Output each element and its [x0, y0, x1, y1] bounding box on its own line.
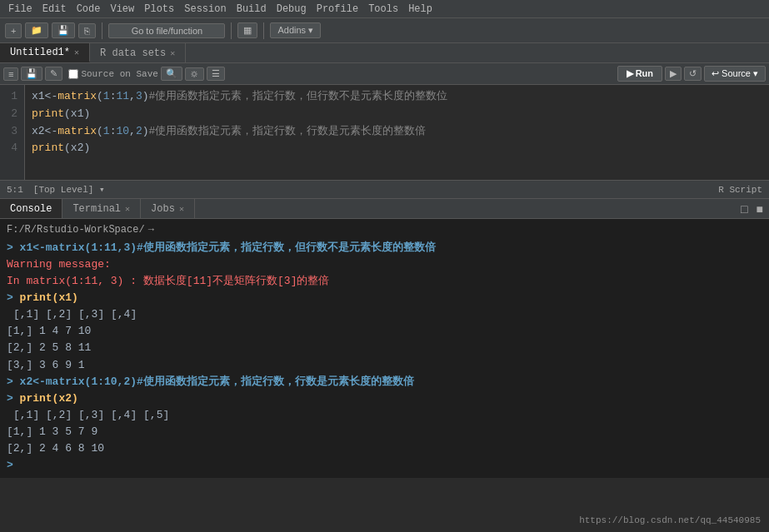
menu-build[interactable]: Build — [232, 3, 272, 15]
console-tab-bar: Console Terminal ✕ Jobs ✕ □ ■ — [0, 199, 769, 219]
menu-profile[interactable]: Profile — [312, 3, 363, 15]
code-line-2: print(x1) — [32, 106, 762, 123]
code-level[interactable]: [Top Level] ▾ — [33, 184, 105, 195]
watermark: https://blog.csdn.net/qq_44540985 — [579, 515, 761, 525]
console-line-1: > x1<-matrix(1:11,3)#使用函数指定元素，指定行数，但行数不是… — [7, 240, 762, 256]
cursor-position: 5:1 — [7, 185, 23, 195]
console-container: Console Terminal ✕ Jobs ✕ □ ■ F:/R/Rstud… — [0, 199, 769, 478]
tab-terminal[interactable]: Terminal ✕ — [62, 199, 141, 218]
console-matrix-x1-row2: [2,] 2 5 8 11 — [7, 340, 762, 356]
run-button[interactable]: ▶ Run — [617, 66, 662, 82]
console-path: F:/R/Rstudio-WorkSpace/ → — [7, 222, 762, 238]
menu-plots[interactable]: Plots — [139, 3, 179, 15]
menu-debug[interactable]: Debug — [272, 3, 312, 15]
code-line-3: x2<-matrix(1:10,2)#使用函数指定元素，指定行数，行数是元素长度… — [32, 123, 762, 141]
tab-r-data-sets[interactable]: R data sets ✕ — [90, 43, 186, 62]
toolbar-small-btn-3[interactable]: ✎ — [45, 67, 62, 81]
new-file-btn[interactable]: + — [5, 23, 22, 38]
console-matrix-x1-row1: [1,] 1 4 7 10 — [7, 323, 762, 340]
go-to-file-btn[interactable]: Go to file/function — [108, 23, 225, 38]
line-numbers: 1 2 3 4 — [0, 85, 25, 180]
menu-code[interactable]: Code — [72, 3, 106, 15]
tab-r-data-sets-close[interactable]: ✕ — [170, 48, 175, 58]
layout-btn[interactable]: ▦ — [237, 22, 257, 38]
search-btn[interactable]: 🔍 — [161, 67, 182, 81]
console-maximize-btn[interactable]: ■ — [754, 202, 766, 216]
tab-untitled1[interactable]: Untitled1* ✕ — [0, 43, 90, 62]
tab-jobs-close[interactable]: ✕ — [179, 204, 184, 214]
editor-secondary-toolbar: ≡ 💾 ✎ Source on Save 🔍 ⛭ ☰ ▶ Run ▶ ↺ ↩ S… — [0, 63, 769, 85]
console-line-3: In matrix(1:11, 3) : 数据长度[11]不是矩阵行数[3]的整… — [7, 273, 762, 290]
code-line-1: x1<-matrix(1:11,3)#使用函数指定元素，指定行数，但行数不是元素… — [32, 88, 762, 106]
console-matrix-x1-header: [,1] [,2] [,3] [,4] — [7, 306, 762, 323]
console-line-x2: > x2<-matrix(1:10,2)#使用函数指定元素，指定行数，行数是元素… — [7, 374, 762, 390]
menu-file[interactable]: File — [3, 3, 37, 15]
open-btn[interactable]: 📁 — [25, 22, 48, 38]
tab-jobs[interactable]: Jobs ✕ — [141, 199, 195, 218]
toolbar-small-btn-5[interactable]: ⛭ — [185, 67, 204, 81]
r-script-label: R Script — [718, 185, 762, 195]
menu-tools[interactable]: Tools — [363, 3, 403, 15]
menu-help[interactable]: Help — [403, 3, 437, 15]
separator-2 — [231, 22, 232, 39]
path-arrow-icon: → — [148, 222, 154, 238]
menu-edit[interactable]: Edit — [37, 3, 72, 15]
code-editor: 1 2 3 4 x1<-matrix(1:11,3)#使用函数指定元素，指定行数… — [0, 85, 769, 181]
separator-1 — [102, 22, 102, 39]
source-on-save-label: Source on Save — [68, 69, 157, 79]
addins-btn[interactable]: Addins ▾ — [270, 22, 321, 38]
toolbar-save-btn[interactable]: 💾 — [21, 67, 42, 81]
console-matrix-x2-row1: [1,] 1 3 5 7 9 — [7, 424, 762, 440]
toolbar-small-btn-1[interactable]: ≡ — [3, 67, 18, 81]
tab-terminal-close[interactable]: ✕ — [125, 204, 130, 214]
tab-untitled1-close[interactable]: ✕ — [74, 47, 79, 57]
code-line-4: print(x2) — [32, 140, 762, 157]
menu-session[interactable]: Session — [179, 3, 231, 15]
console-matrix-x2-row2: [2,] 2 4 6 8 10 — [7, 440, 762, 457]
console-matrix-x2-header: [,1] [,2] [,3] [,4] [,5] — [7, 407, 762, 424]
console-line-2: Warning message: — [7, 256, 762, 273]
console-prompt-final: > — [7, 457, 762, 474]
toolbar-small-btn-6[interactable]: ☰ — [207, 67, 225, 81]
console-controls: □ ■ — [738, 202, 769, 216]
console-output[interactable]: F:/R/Rstudio-WorkSpace/ → > x1<-matrix(1… — [0, 219, 769, 478]
menu-view[interactable]: View — [105, 3, 139, 15]
tab-console[interactable]: Console — [0, 199, 62, 218]
toolbar-monitor-btn[interactable]: ▶ — [665, 67, 682, 81]
tab-untitled1-label: Untitled1* — [10, 47, 70, 58]
toolbar-small-btn-7[interactable]: ↺ — [684, 67, 702, 81]
status-bar: 5:1 [Top Level] ▾ R Script — [0, 181, 769, 199]
console-matrix-x1-row3: [3,] 3 6 9 1 — [7, 357, 762, 374]
console-minimize-btn[interactable]: □ — [738, 202, 750, 216]
menubar: File Edit Code View Plots Session Build … — [0, 0, 769, 18]
code-content-area[interactable]: x1<-matrix(1:11,3)#使用函数指定元素，指定行数，但行数不是元素… — [25, 85, 769, 180]
console-line-print-x2: > print(x2) — [7, 390, 762, 407]
print-btn[interactable]: ⎘ — [78, 23, 96, 38]
source-button[interactable]: ↩ Source ▾ — [704, 66, 766, 82]
tab-r-data-sets-label: R data sets — [100, 47, 166, 59]
main-toolbar: + 📁 💾 ⎘ Go to file/function ▦ Addins ▾ — [0, 18, 769, 43]
console-line-4: > print(x1) — [7, 290, 762, 306]
source-on-save-checkbox[interactable] — [68, 69, 78, 79]
editor-tab-bar: Untitled1* ✕ R data sets ✕ — [0, 43, 769, 63]
save-btn[interactable]: 💾 — [52, 22, 75, 38]
separator-3 — [263, 22, 264, 39]
